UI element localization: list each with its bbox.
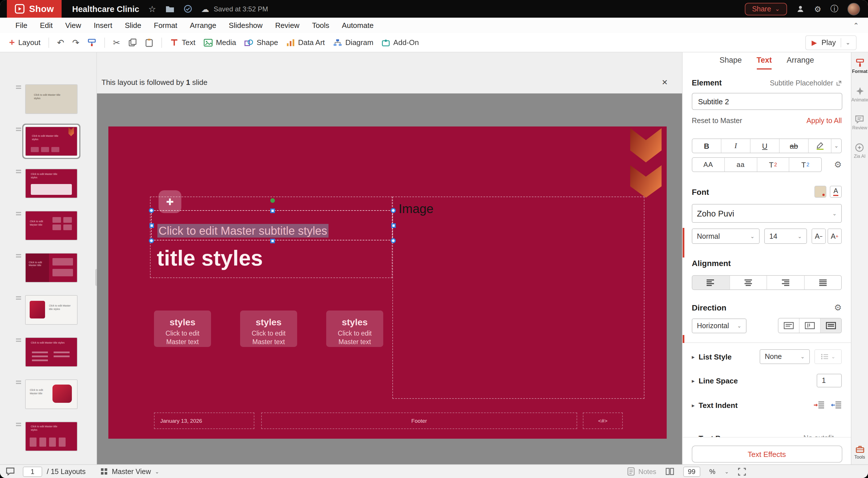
resize-handle[interactable] [391, 208, 396, 213]
font-color-swatch[interactable]: A [830, 186, 842, 198]
master-view-select[interactable]: Master View ⌄ [100, 468, 159, 475]
apply-to-all-link[interactable]: Apply to All [806, 117, 842, 125]
insert-text-button[interactable]: Text [170, 38, 195, 47]
current-layout-input[interactable] [23, 466, 42, 477]
layout-thumbnail[interactable]: Click to edit Master title styles [25, 253, 78, 282]
collapse-toolbar-icon[interactable]: ⌃ [853, 21, 859, 29]
zoom-input[interactable] [683, 466, 700, 477]
layout-thumbnail[interactable]: Click to edit Master title styles [25, 421, 78, 451]
content-box[interactable]: styles Click to edit Master text [326, 310, 383, 347]
subtitle-placeholder[interactable]: Click to edit Master subtitle styles [151, 210, 393, 240]
element-name-input[interactable] [692, 93, 842, 110]
copy-button[interactable] [128, 38, 136, 47]
text-settings-gear-icon[interactable]: ⚙ [834, 160, 842, 170]
expand-text-indent-icon[interactable]: ▸ [692, 402, 694, 408]
menu-item[interactable]: View [59, 21, 88, 30]
superscript-button[interactable]: T2 [756, 158, 789, 171]
text-effects-button[interactable]: Text Effects [691, 446, 842, 463]
expand-line-space-icon[interactable]: ▸ [692, 377, 694, 384]
align-right-button[interactable] [767, 276, 804, 289]
rotate-handle[interactable] [270, 198, 275, 203]
folder-icon[interactable] [165, 5, 174, 12]
resize-handle[interactable] [391, 238, 396, 243]
date-placeholder[interactable]: January 13, 2026 [154, 412, 254, 429]
resize-handle[interactable] [149, 223, 154, 228]
close-banner-icon[interactable]: ✕ [661, 78, 668, 87]
list-style-select[interactable]: None ⌄ [760, 349, 810, 364]
user-icon[interactable] [797, 5, 805, 13]
rail-item-format[interactable]: Format [852, 58, 867, 74]
ribbon-shape[interactable] [630, 128, 661, 162]
menu-item[interactable]: Review [269, 21, 306, 30]
expand-list-style-icon[interactable]: ▸ [692, 353, 694, 360]
align-center-button[interactable] [729, 276, 767, 289]
underline-button[interactable]: U [750, 139, 779, 153]
menu-item[interactable]: Slideshow [222, 21, 269, 30]
ribbon-shape[interactable] [630, 165, 661, 198]
font-family-select[interactable]: Zoho Puvi ⌄ [692, 204, 842, 223]
user-avatar[interactable] [847, 3, 860, 15]
layout-button[interactable]: + Layout [9, 37, 40, 48]
insert-layout-handle[interactable] [16, 296, 21, 297]
title-text[interactable]: title styles [157, 244, 263, 272]
direction-rotated-button[interactable] [799, 318, 820, 333]
resize-handle[interactable] [270, 208, 275, 213]
layout-columns-icon[interactable] [665, 468, 674, 475]
format-painter-button[interactable] [87, 38, 96, 47]
expand-text-box-icon[interactable]: ▸ [692, 435, 694, 437]
menu-item[interactable]: Automate [336, 21, 380, 30]
decrease-indent-button[interactable] [830, 401, 842, 409]
menu-item[interactable]: File [9, 21, 34, 30]
insert-shape-button[interactable]: Shape [244, 38, 278, 47]
undo-button[interactable]: ↶ [57, 37, 64, 47]
slide[interactable]: ✚ Image Click to edit Master subtitle st… [108, 127, 667, 439]
increase-indent-button[interactable] [813, 401, 825, 409]
paste-button[interactable] [145, 38, 153, 47]
redo-button[interactable]: ↷ [72, 37, 79, 47]
reset-to-master-link[interactable]: Reset to Master [692, 117, 742, 125]
play-options-chevron-icon[interactable]: ⌄ [845, 39, 850, 45]
zoom-chevron-icon[interactable]: ⌄ [724, 469, 729, 474]
play-button[interactable]: ▶ Play ⌄ [805, 35, 857, 50]
document-title[interactable]: Healthcare Clinic [72, 4, 139, 13]
insert-layout-handle[interactable] [16, 170, 21, 171]
cut-button[interactable]: ✂ [113, 37, 120, 47]
text-highlight-color-swatch[interactable] [814, 186, 826, 198]
info-icon[interactable]: ⓘ [830, 4, 838, 14]
layout-thumbnail[interactable]: Click to edit Master title styles [25, 127, 78, 156]
uppercase-button[interactable]: AA [692, 158, 724, 171]
panel-tab[interactable]: Text [756, 56, 772, 69]
resize-handle[interactable] [149, 238, 154, 243]
insert-layout-handle[interactable] [16, 338, 21, 340]
layout-thumbnail[interactable]: Click to edit Master title styles [25, 295, 78, 325]
insert-layout-handle[interactable] [16, 254, 21, 255]
strikethrough-button[interactable]: ab [779, 139, 808, 153]
element-type-link[interactable]: Subtitle Placeholder [770, 79, 842, 87]
notes-toggle[interactable]: Notes [628, 467, 656, 476]
content-box[interactable]: styles Click to edit Master text [154, 310, 211, 347]
image-placeholder-region[interactable]: Image [392, 197, 645, 399]
direction-settings-gear-icon[interactable]: ⚙ [834, 303, 842, 313]
layout-thumbnail[interactable]: Click to edit Master title styles [25, 84, 78, 114]
resize-handle[interactable] [149, 208, 154, 213]
subtitle-text[interactable]: Click to edit Master subtitle styles [157, 223, 328, 238]
font-style-select[interactable]: Normal ⌄ [692, 229, 760, 244]
favorite-star-icon[interactable]: ☆ [148, 4, 156, 14]
version-check-icon[interactable] [183, 5, 192, 13]
layout-thumbnail[interactable]: Click to edit Master title styles [25, 169, 78, 198]
settings-gear-icon[interactable]: ⚙ [814, 4, 821, 13]
highlight-color-button[interactable] [808, 139, 831, 153]
insert-diagram-button[interactable]: Diagram [333, 38, 373, 47]
content-box[interactable]: styles Click to edit Master text [240, 310, 297, 347]
subscript-button[interactable]: T2 [789, 158, 822, 171]
direction-stacked-button[interactable] [820, 318, 841, 333]
page-number-placeholder[interactable]: <#> [583, 412, 623, 429]
insert-layout-handle[interactable] [16, 128, 21, 129]
menu-item[interactable]: Arrange [184, 21, 223, 30]
menu-item[interactable]: Slide [119, 21, 148, 30]
insert-layout-handle[interactable] [16, 212, 21, 213]
rail-item-tools[interactable]: Tools [854, 445, 865, 460]
share-button[interactable]: Share ⌄ [745, 3, 787, 15]
comments-bubble-icon[interactable] [6, 467, 15, 476]
insert-media-button[interactable]: Media [203, 38, 236, 47]
